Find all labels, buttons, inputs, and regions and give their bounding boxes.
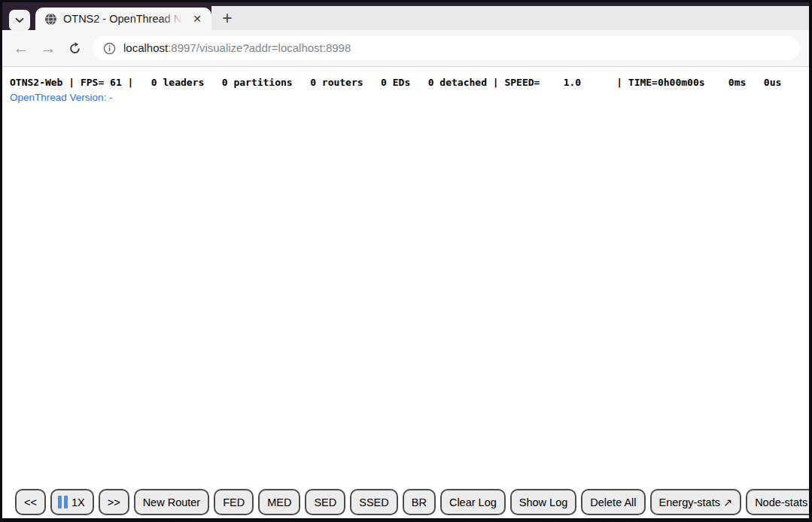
speed-button[interactable]: 1X (50, 489, 94, 515)
url-host: localhost (123, 41, 168, 54)
close-icon: ✕ (193, 13, 202, 25)
address-bar[interactable]: localhost:8997/visualize?addr=localhost:… (93, 36, 800, 60)
arrow-right-icon: → (41, 39, 56, 57)
tab-strip-background: + (211, 6, 809, 30)
openthread-version-link[interactable]: OpenThread Version: - (10, 92, 113, 103)
reload-icon (68, 42, 81, 55)
energy-stats-button[interactable]: Energy-stats ↗ (650, 489, 742, 515)
navigation-toolbar: ← → localhost:8997/visualize? (2, 30, 809, 66)
tab-close-button[interactable]: ✕ (189, 11, 205, 27)
tab-overview-button[interactable] (9, 10, 30, 31)
browser-tab[interactable]: OTNS2 - OpenThread Ne ✕ (35, 8, 211, 30)
forward-button[interactable]: → (35, 35, 61, 61)
med-button[interactable]: MED (258, 489, 300, 515)
browser-window: + OTNS2 - OpenThread Ne (0, 0, 812, 522)
fast-forward-button[interactable]: >> (99, 489, 129, 515)
clear-log-button[interactable]: Clear Log (440, 489, 506, 515)
otns-page: OTNS2-Web | FPS= 61 | 0 leaders 0 partit… (2, 67, 809, 518)
back-button[interactable]: ← (8, 35, 34, 61)
show-log-button[interactable]: Show Log (510, 489, 577, 515)
fed-button[interactable]: FED (214, 489, 254, 515)
url-text: localhost:8997/visualize?addr=localhost:… (123, 36, 351, 60)
simulation-canvas[interactable] (2, 103, 809, 489)
speed-label: 1X (71, 496, 85, 508)
pause-icon (58, 496, 68, 508)
simulator-control-bar: << 1X >> New Router FED MED SED SSED BR … (2, 489, 809, 518)
node-stats-button[interactable]: Node-stats ↗ (746, 489, 809, 515)
simulator-status-line: OTNS2-Web | FPS= 61 | 0 leaders 0 partit… (10, 77, 809, 88)
br-button[interactable]: BR (403, 489, 436, 515)
delete-all-button[interactable]: Delete All (581, 489, 645, 515)
reload-button[interactable] (62, 35, 87, 61)
new-router-button[interactable]: New Router (134, 489, 210, 515)
tab-title: OTNS2 - OpenThread Ne (63, 11, 183, 26)
arrow-left-icon: ← (14, 39, 29, 57)
url-path: :8997/visualize?addr=localhost:8998 (168, 41, 351, 54)
chevron-down-icon (15, 17, 24, 23)
site-info-icon[interactable] (103, 42, 116, 55)
sed-button[interactable]: SED (305, 489, 345, 515)
tab-bar: + OTNS2 - OpenThread Ne (2, 2, 809, 30)
rewind-button[interactable]: << (15, 489, 46, 515)
plus-icon: + (222, 8, 232, 29)
globe-icon (44, 13, 57, 26)
ssed-button[interactable]: SSED (350, 489, 398, 515)
new-tab-button[interactable]: + (215, 6, 239, 30)
